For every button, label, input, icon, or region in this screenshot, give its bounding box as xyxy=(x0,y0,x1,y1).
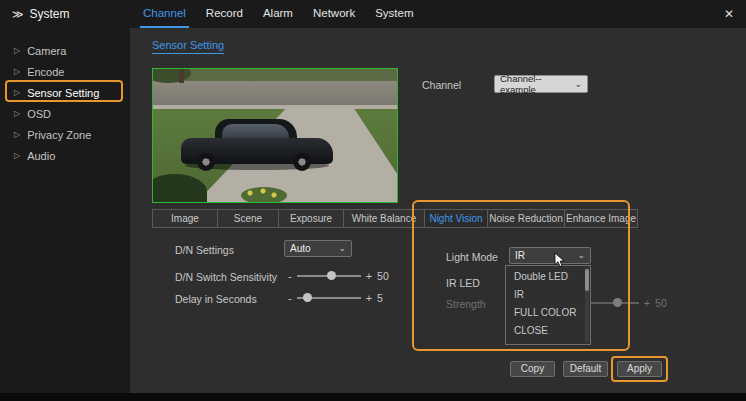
tab-record[interactable]: Record xyxy=(203,0,246,28)
slider-plus[interactable]: + xyxy=(366,292,372,304)
chevron-down-icon: ⌄ xyxy=(577,251,585,260)
delay-slider[interactable]: - + 5 xyxy=(288,292,393,304)
arrow-right-icon: ▷ xyxy=(14,67,20,76)
tab-night-vision[interactable]: Night Vision xyxy=(424,209,488,228)
strength-label: Strength xyxy=(446,298,486,310)
sidebar-item-label: Sensor Setting xyxy=(27,87,99,99)
footer-band xyxy=(0,393,746,401)
option-close[interactable]: CLOSE xyxy=(506,322,590,340)
slider-thumb xyxy=(613,298,622,307)
tab-system-label: System xyxy=(375,7,413,19)
tab-alarm[interactable]: Alarm xyxy=(260,0,296,28)
tab-scene[interactable]: Scene xyxy=(217,209,279,228)
sidebar-item-label: Audio xyxy=(27,150,55,162)
dropdown-scrollbar-thumb[interactable] xyxy=(585,269,589,291)
slider-thumb[interactable] xyxy=(303,293,312,302)
slider-plus[interactable]: + xyxy=(366,270,372,282)
slider-track[interactable] xyxy=(297,275,361,277)
delay-value: 5 xyxy=(377,292,393,304)
sidebar-item-privacy-zone[interactable]: ▷ Privacy Zone xyxy=(0,124,130,145)
tab-system[interactable]: System xyxy=(372,0,416,28)
default-button[interactable]: Default xyxy=(563,361,608,377)
app-window: ≫ System Channel Record Alarm Network Sy… xyxy=(0,0,746,401)
car-wheel xyxy=(197,153,215,171)
option-full-color[interactable]: FULL COLOR xyxy=(506,304,590,322)
option-ir[interactable]: IR xyxy=(506,286,590,304)
preview-road xyxy=(153,81,397,105)
window-title: System xyxy=(30,7,70,21)
arrow-right-icon: ▷ xyxy=(14,88,20,97)
strength-value: 50 xyxy=(655,297,671,309)
main-panel: Sensor Setting Channel Channel-- xyxy=(130,28,746,393)
car-wheel xyxy=(293,153,311,171)
tab-image[interactable]: Image xyxy=(152,209,218,228)
sidebar-item-osd[interactable]: ▷ OSD xyxy=(0,103,130,124)
slider-minus[interactable]: - xyxy=(288,292,292,304)
light-mode-value: IR xyxy=(515,250,525,261)
arrow-right-icon: ▷ xyxy=(14,130,20,139)
topbar: ≫ System Channel Record Alarm Network Sy… xyxy=(0,0,746,28)
sensor-tabs: Image Scene Exposure White Balance Night… xyxy=(152,209,638,228)
light-mode-select[interactable]: IR ⌄ xyxy=(509,247,591,264)
dn-settings-label: D/N Settings xyxy=(175,244,234,256)
tab-channel-label: Channel xyxy=(143,7,186,19)
camera-preview xyxy=(152,68,398,203)
dn-sensitivity-slider[interactable]: - + 50 xyxy=(288,270,393,282)
sidebar-item-sensor-setting[interactable]: ▷ Sensor Setting xyxy=(0,82,130,103)
dn-settings-value: Auto xyxy=(290,243,311,254)
sidebar: ▷ Camera ▷ Encode ▷ Sensor Setting ▷ OSD… xyxy=(0,28,130,393)
tab-record-label: Record xyxy=(206,7,243,19)
tab-channel[interactable]: Channel xyxy=(140,0,189,28)
sidebar-item-label: Privacy Zone xyxy=(27,129,91,141)
sidebar-item-label: Encode xyxy=(27,66,64,78)
arrow-right-icon: ▷ xyxy=(14,46,20,55)
apply-button[interactable]: Apply xyxy=(617,361,662,377)
page-title: Sensor Setting xyxy=(152,39,224,54)
slider-track xyxy=(587,302,639,304)
channel-select-value: Channel--example xyxy=(500,73,574,95)
slider-plus: + xyxy=(644,297,650,309)
top-nav: Channel Record Alarm Network System xyxy=(140,0,416,28)
slider-track[interactable] xyxy=(297,297,361,299)
chevron-down-icon: ⌄ xyxy=(338,244,346,253)
channel-select[interactable]: Channel--example ⌄ xyxy=(494,75,588,93)
system-icon: ≫ xyxy=(12,8,24,21)
preview-shrub xyxy=(241,187,287,203)
sidebar-item-label: Camera xyxy=(27,45,66,57)
window-brand: ≫ System xyxy=(12,0,70,28)
sidebar-item-camera[interactable]: ▷ Camera xyxy=(0,40,130,61)
light-mode-dropdown: Double LED IR FULL COLOR CLOSE xyxy=(505,265,591,345)
copy-button[interactable]: Copy xyxy=(510,361,555,377)
dn-sensitivity-label: D/N Switch Sensitivity xyxy=(175,271,277,283)
channel-label: Channel xyxy=(422,79,461,91)
light-mode-label: Light Mode xyxy=(446,251,498,263)
tab-enhance-image[interactable]: Enhance Image xyxy=(564,209,638,228)
option-double-led[interactable]: Double LED xyxy=(506,268,590,286)
car-illustration xyxy=(181,113,333,171)
sidebar-item-audio[interactable]: ▷ Audio xyxy=(0,145,130,166)
tab-alarm-label: Alarm xyxy=(263,7,293,19)
arrow-right-icon: ▷ xyxy=(14,151,20,160)
tab-exposure[interactable]: Exposure xyxy=(278,209,344,228)
preview-tree-trunk xyxy=(179,69,184,83)
tab-network[interactable]: Network xyxy=(310,0,358,28)
dn-settings-select[interactable]: Auto ⌄ xyxy=(284,240,352,257)
chevron-down-icon: ⌄ xyxy=(574,80,582,89)
sidebar-item-label: OSD xyxy=(27,108,51,120)
dn-sensitivity-value: 50 xyxy=(377,270,393,282)
delay-label: Delay in Seconds xyxy=(175,293,257,305)
ir-led-label: IR LED xyxy=(446,277,480,289)
arrow-right-icon: ▷ xyxy=(14,109,20,118)
strength-slider: - + 50 xyxy=(578,297,671,309)
slider-minus[interactable]: - xyxy=(288,270,292,282)
tab-white-balance[interactable]: White Balance xyxy=(343,209,425,228)
close-icon[interactable]: ✕ xyxy=(724,0,734,28)
tab-network-label: Network xyxy=(313,7,355,19)
slider-thumb[interactable] xyxy=(327,271,336,280)
tab-noise-reduction[interactable]: Noise Reduction xyxy=(487,209,565,228)
sidebar-item-encode[interactable]: ▷ Encode xyxy=(0,61,130,82)
